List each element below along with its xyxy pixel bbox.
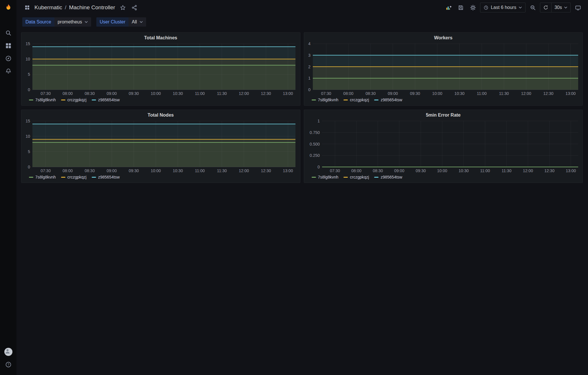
cycle-view-mode-button[interactable] (573, 3, 583, 12)
refresh-icon (543, 5, 548, 10)
help-icon: ? (5, 361, 12, 368)
svg-text:09:30: 09:30 (410, 91, 420, 96)
svg-text:12:30: 12:30 (544, 168, 554, 173)
chart-total-nodes[interactable]: 05101507:3008:0008:3009:0009:3010:0010:3… (23, 119, 297, 174)
svg-text:0.750: 0.750 (309, 130, 319, 135)
chevron-down-icon (519, 6, 522, 9)
variable-dropdown-data-source[interactable]: prometheus (54, 17, 91, 27)
panel-title[interactable]: Total Nodes (21, 110, 300, 118)
variable-dropdown-user-cluster[interactable]: All (128, 17, 146, 27)
legend-item-z985654tsw[interactable]: z985654tsw (374, 175, 402, 179)
legend-item-z985654tsw[interactable]: z985654tsw (92, 175, 120, 179)
save-dashboard-button[interactable] (456, 3, 466, 12)
panel-workers: Workers 0123407:3008:0008:3009:0009:3010… (304, 32, 583, 106)
clock-icon (484, 5, 488, 10)
dashboard-breadcrumb-icon-button[interactable] (22, 3, 32, 12)
breadcrumb: Kubermatic / Machine Controller (34, 4, 115, 11)
panel-total-machines: Total Machines 05101507:3008:0008:3009:0… (21, 32, 300, 106)
sidebar-item-dashboards[interactable] (0, 39, 16, 52)
legend-series-name: 7s8lg8kvnh (35, 175, 56, 179)
chart-5min-error-rate[interactable]: 00.2500.5000.750107:3008:0008:3009:0009:… (306, 119, 580, 174)
svg-text:08:00: 08:00 (63, 168, 73, 173)
sidebar: ? (0, 0, 16, 375)
legend-series-name: 7s8lg8kvnh (318, 98, 339, 102)
sidebar-item-search[interactable] (0, 27, 16, 39)
chart-total-machines[interactable]: 05101507:3008:0008:3009:0009:3010:0010:3… (23, 41, 297, 97)
help-glyph: ? (7, 363, 9, 366)
legend-swatch (374, 100, 378, 100)
svg-text:08:00: 08:00 (351, 168, 361, 173)
svg-text:1: 1 (308, 76, 310, 80)
panel-title[interactable]: 5min Error Rate (304, 110, 583, 118)
panel-grid: Total Machines 05101507:3008:0008:3009:0… (21, 32, 583, 183)
chevron-down-icon (564, 6, 567, 9)
legend-swatch (343, 100, 348, 100)
svg-text:11:00: 11:00 (480, 168, 490, 173)
legend-swatch (61, 100, 65, 100)
star-dashboard-button[interactable] (118, 3, 128, 12)
share-icon (131, 5, 137, 11)
search-icon (5, 30, 12, 36)
refresh-interval-dropdown[interactable]: 30s (552, 3, 570, 12)
sidebar-item-alerting[interactable] (0, 65, 16, 78)
legend-swatch (343, 177, 348, 178)
svg-text:07:30: 07:30 (321, 91, 331, 96)
legend-item-7s8lg8kvnh[interactable]: 7s8lg8kvnh (29, 98, 56, 102)
legend-item-crczgpkqzj[interactable]: crczgpkqzj (61, 175, 87, 179)
chart-legend: 7s8lg8kvnhcrczgpkqzjz985654tsw (304, 174, 583, 183)
legend-item-crczgpkqzj[interactable]: crczgpkqzj (343, 98, 369, 102)
bell-icon (5, 68, 12, 74)
time-range-label: Last 6 hours (491, 5, 516, 10)
zoom-out-icon (530, 5, 536, 11)
legend-swatch (312, 100, 316, 100)
app-root: ? Kubermatic / Machine Controller (0, 0, 588, 375)
svg-text:13:00: 13:00 (566, 168, 576, 173)
breadcrumb-folder[interactable]: Kubermatic (34, 4, 62, 11)
svg-text:0.250: 0.250 (309, 153, 319, 158)
zoom-out-time-button[interactable] (528, 3, 538, 12)
variable-user-cluster: User Cluster All (96, 17, 146, 27)
variable-value: prometheus (58, 19, 82, 25)
variable-label-user-cluster: User Cluster (96, 17, 128, 27)
sidebar-item-explore[interactable] (0, 52, 16, 65)
svg-text:15: 15 (25, 41, 30, 46)
breadcrumb-dashboard[interactable]: Machine Controller (69, 4, 115, 11)
dashboard-canvas: Total Machines 05101507:3008:0008:3009:0… (16, 28, 588, 375)
chart-legend: 7s8lg8kvnhcrczgpkqzjz985654tsw (21, 174, 300, 183)
legend-series-name: z985654tsw (98, 98, 120, 102)
panel-title[interactable]: Workers (304, 33, 583, 41)
svg-text:3: 3 (308, 53, 310, 58)
panel-title[interactable]: Total Machines (21, 33, 300, 41)
svg-text:12:30: 12:30 (261, 168, 271, 173)
svg-text:07:30: 07:30 (41, 168, 51, 173)
legend-item-7s8lg8kvnh[interactable]: 7s8lg8kvnh (312, 175, 339, 179)
grafana-logo[interactable] (4, 3, 13, 12)
legend-item-crczgpkqzj[interactable]: crczgpkqzj (343, 175, 369, 179)
legend-item-z985654tsw[interactable]: z985654tsw (374, 98, 402, 102)
chart-workers[interactable]: 0123407:3008:0008:3009:0009:3010:0010:30… (306, 41, 580, 97)
svg-text:10:30: 10:30 (173, 91, 183, 96)
legend-item-crczgpkqzj[interactable]: crczgpkqzj (61, 98, 87, 102)
legend-item-z985654tsw[interactable]: z985654tsw (92, 98, 120, 102)
legend-item-7s8lg8kvnh[interactable]: 7s8lg8kvnh (29, 175, 56, 179)
legend-swatch (312, 177, 316, 178)
panel-5min-error-rate: 5min Error Rate 00.2500.5000.750107:3008… (304, 110, 583, 183)
add-panel-button[interactable] (444, 3, 453, 12)
refresh-button[interactable] (540, 3, 551, 12)
svg-text:10:00: 10:00 (437, 168, 447, 173)
share-dashboard-button[interactable] (130, 3, 139, 12)
user-icon (4, 348, 11, 354)
time-range-picker[interactable]: Last 6 hours (480, 3, 525, 12)
svg-text:12:30: 12:30 (543, 91, 553, 96)
sidebar-item-profile[interactable] (0, 345, 16, 358)
sidebar-item-help[interactable]: ? (0, 358, 16, 371)
variable-value: All (132, 19, 137, 25)
svg-text:07:30: 07:30 (41, 91, 51, 96)
grafana-flame-icon (4, 3, 13, 12)
star-icon (120, 5, 126, 11)
legend-item-7s8lg8kvnh[interactable]: 7s8lg8kvnh (312, 98, 339, 102)
dashboard-settings-button[interactable] (468, 3, 478, 12)
legend-series-name: crczgpkqzj (67, 175, 87, 179)
legend-series-name: z985654tsw (381, 98, 402, 102)
svg-text:09:00: 09:00 (387, 91, 398, 96)
